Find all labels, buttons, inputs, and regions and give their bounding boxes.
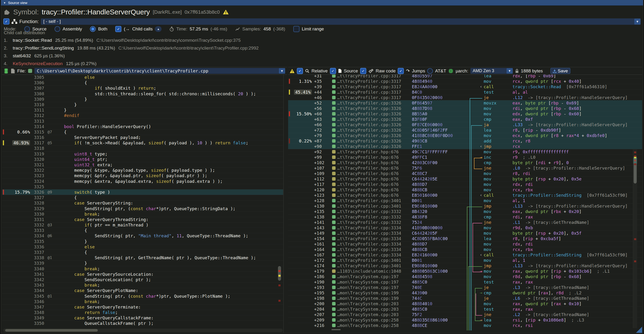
asm-line-row[interactable]: +193…mon\TracySystem.cpp:197740Eje.L3 ->… — [288, 285, 642, 290]
asm-line-row[interactable]: +167…t\TracyProfiler.cpp:3334E824160000‹… — [288, 252, 642, 258]
source-line-row[interactable]: 3322 memcpy( &type, &payload.type, sizeo… — [2, 167, 283, 173]
source-line-row[interactable]: 3329 SendString( ptr, (const char*)ptr, … — [2, 206, 283, 211]
asm-line-row[interactable]: +102…t\TracyProfiler.hpp:67642803C0F00cm… — [288, 160, 642, 165]
asm-line-row[interactable]: +141…t\TracyProfiler.cpp:33327524jne.L1 … — [288, 220, 642, 225]
asm-line-row[interactable]: +46…t\TracyProfiler.cpp:33170F8435020000… — [288, 95, 642, 100]
function-combo[interactable]: [ - self - ] ▼ — [41, 18, 641, 25]
source-line-row[interactable]: 3316 ServerQueryPacket payload; — [2, 135, 283, 140]
titlebar[interactable]: ▼ Source view — [1, 0, 643, 6]
asm-line-row[interactable]: +209…mon\TracySystem.cpp:258488D35E88610… — [288, 317, 642, 323]
asm-line-row[interactable]: +154…t\TracyProfiler.cpp:33344C8D055FBA0… — [288, 236, 642, 241]
source-line-row[interactable]: 3306 { — [2, 80, 283, 85]
source-line-row[interactable]: 3325 — [2, 184, 283, 189]
asm-line-row[interactable]: +56…t\TracyProfiler.cpp:3326488B7D98movr… — [288, 106, 642, 111]
asm-line-row[interactable]: +164…t\TracyProfiler.cpp:3334488BCBmovrc… — [288, 247, 642, 252]
source-line-row[interactable]: 3346 break; — [2, 299, 283, 304]
asm-line-row[interactable]: +130…t\TracyProfiler.cpp:3401E9E4010000j… — [288, 203, 642, 209]
source-line-row[interactable]: 3350 QueueCallstackFrame( ptr ); — [2, 321, 283, 326]
source-line-row[interactable]: 3330 break; — [2, 211, 283, 217]
asm-line-row[interactable]: +172…t\TracyProfiler.cpp:3401B001moval, … — [288, 258, 642, 263]
att-checkbox[interactable] — [427, 68, 433, 74]
asm-line-row[interactable]: 15.50%+60…t\TracyProfiler.cpp:33268B55A0… — [288, 111, 642, 117]
source-line-row[interactable]: 3312#endif — [2, 113, 283, 118]
resize-grip[interactable] — [636, 327, 642, 333]
asm-line-row[interactable]: +90…t\TracyProfiler.cpp:3326FFE1‹jmprcx — [288, 144, 642, 149]
file-combo[interactable]: C:\Users\wolf\Desktop\darkrl\contrib\tra… — [34, 68, 285, 74]
asm-line-row[interactable]: +190…mon\TracySystem.cpp:1974885C0testra… — [288, 279, 642, 285]
raw-code-label[interactable]: Raw code — [376, 68, 396, 74]
asm-line-row[interactable]: +92…t\TracyProfiler.hpp:67649C7C1FFFFFFF… — [288, 149, 642, 155]
source-line-row[interactable]: 3307 if( shouldExit ) return; — [2, 85, 283, 91]
source-line-row[interactable]: 3305 else — [2, 75, 283, 80]
source-line-row[interactable]: 3327 { — [2, 195, 283, 200]
asm-line-row[interactable]: +112…t\TracyProfiler.hpp:676C64424205Emo… — [288, 176, 642, 182]
source-line-row[interactable]: 3332@3 if( ptr == m_mainThread ) — [2, 222, 283, 228]
source-hscrollbar-thumb[interactable] — [5, 329, 98, 332]
source-line-row[interactable]: 3343 break; — [2, 282, 283, 288]
relative-label[interactable]: Relative — [312, 68, 328, 74]
source-line-row[interactable]: 3319 uint8_t type; — [2, 151, 283, 157]
asm-line-row[interactable]: +179…1103\include\atomic:1048488B05B63C1… — [288, 268, 642, 274]
collapse-icon[interactable]: ▼ — [3, 1, 6, 4]
asm-hscrollbar-thumb[interactable] — [332, 329, 340, 330]
asm-line-row[interactable]: +52…t\TracyProfiler.cpp:33260FB64597movz… — [288, 100, 642, 106]
asm-line-row[interactable]: 1.31%+35…t\TracyProfiler.cpp:3317488B494… — [288, 79, 642, 84]
asm-line-row[interactable]: +174…t\TracyProfiler.cpp:3401E9B8010000j… — [288, 263, 642, 268]
asm-line-row[interactable]: +31…t\TracyProfiler.cpp:3317488D5597lear… — [288, 75, 642, 79]
jumps-checkbox[interactable]: ✓ — [398, 68, 404, 74]
asm-line-row[interactable]: +128…t\TracyProfiler.cpp:3401B001moval, … — [288, 198, 642, 203]
asm-line-row[interactable]: +66…t\TracyProfiler.cpp:33260F87CE060000… — [288, 122, 642, 127]
asm-line-row[interactable]: +99…t\TracyProfiler.hpp:67649FFC1→incr9 … — [288, 155, 642, 160]
source-scrollbar-thumb[interactable] — [278, 266, 281, 281]
asm-line-row[interactable]: +200…mon\TracySystem.cpp:203488B4010movr… — [288, 301, 642, 306]
source-line-row[interactable]: 3341 case ServerQuerySourceLocation: — [2, 272, 283, 277]
asm-line-row[interactable]: +135…t\TracyProfiler.cpp:33328B4320movea… — [288, 209, 642, 214]
source-line-row[interactable]: 3314bool Profiler::HandleServerQuery() — [2, 124, 283, 129]
asm-line-row[interactable]: +107…t\TracyProfiler.hpp:67675F6jne.L0 -… — [288, 165, 642, 171]
source-line-row[interactable]: 3320 uint64_t ptr; — [2, 157, 283, 162]
source-line-row[interactable]: 3318 — [2, 146, 283, 151]
child-call-item[interactable]: 1.tracy::Socket::Read25.25 ms (54.89%)C:… — [4, 36, 641, 44]
source-hscrollbar[interactable] — [3, 329, 283, 332]
att-label[interactable]: AT&T — [435, 68, 446, 74]
asm-line-row[interactable]: +161…t\TracyProfiler.cpp:3334488BD7movrd… — [288, 241, 642, 247]
source-line-row[interactable]: 15.79%3326@9 switch( type ) — [2, 189, 283, 195]
source-line-row[interactable]: 3337 { — [2, 250, 283, 255]
asm-line-row[interactable]: +198…mon\TracySystem.cpp:199744Cje.L6 ->… — [288, 296, 642, 301]
source-line-row[interactable]: 3348 return false; — [2, 310, 283, 315]
source-line-row[interactable]: 3349 case ServerQueryCallstackFrame: — [2, 315, 283, 321]
asm-line-row[interactable]: +63…t\TracyProfiler.cpp:332683F80Fcmpeax… — [288, 117, 642, 122]
asm-line-row[interactable]: +72…t\TracyProfiler.cpp:33264C8D05F146F2… — [288, 127, 642, 133]
source-line-row[interactable]: 3340 break; — [2, 266, 283, 272]
chevron-down-icon[interactable]: ▼ — [506, 68, 513, 74]
source-line-row[interactable]: 3313 — [2, 118, 283, 124]
asm-line-row[interactable]: 0.22%+87…t\TracyProfiler.cpp:33264903C8a… — [288, 138, 642, 144]
asm-line-row[interactable]: +143…t\TracyProfiler.cpp:333441B90B00000… — [288, 225, 642, 230]
asm-line-row[interactable]: +186…mon\TracySystem.cpp:197448B4598movr… — [288, 274, 642, 279]
asm-line-row[interactable]: +123…t\TracyProfiler.hpp:676E850160000‹c… — [288, 192, 642, 198]
child-call-item[interactable]: 3.stat64i32625 µs (1.36%) — [4, 52, 641, 60]
source-label[interactable]: Source — [344, 68, 358, 74]
source-checkbox[interactable]: ✓ — [330, 68, 336, 74]
source-line-row[interactable]: 3310 } — [2, 102, 283, 107]
asm-line-row[interactable]: +79…t\TracyProfiler.cpp:3326418B8C80E0BF… — [288, 133, 642, 138]
asm-line-row[interactable]: +120…t\TracyProfiler.hpp:676488BCBmovrcx… — [288, 187, 642, 192]
source-line-row[interactable]: 3309 } — [2, 96, 283, 102]
source-line-row[interactable]: 3334@6 SendString( ptr, "Main thread", 1… — [2, 233, 283, 238]
source-line-row[interactable]: 3342 SendSourceLocation( ptr ); — [2, 277, 283, 282]
source-line-row[interactable]: 3328 case ServerQueryString: — [2, 200, 283, 206]
source-line-row[interactable]: 3338@1 SendString( ptr, GetThreadName( p… — [2, 255, 283, 260]
jumps-label[interactable]: Jumps — [412, 68, 425, 74]
asm-line-row[interactable]: +39…t\TracyProfiler.cpp:3317E824AA0000‹c… — [288, 84, 642, 89]
source-line-row[interactable]: 0.66%3315@7{ — [2, 129, 283, 135]
asm-line-row[interactable]: +138…t\TracyProfiler.cpp:3332483BF8cmprd… — [288, 214, 642, 220]
source-line-row[interactable]: 3308 std::this_thread::sleep_for( std::c… — [2, 91, 283, 96]
source-line-row[interactable]: 46.93%3317@5 if( !m_sock->Read( &payload… — [2, 140, 283, 146]
child-call-item[interactable]: 4.KeSynchronizeExecution125 µs (0.27%) — [4, 60, 641, 67]
source-line-row[interactable]: 3323 memcpy( &ptr, &payload.ptr, sizeof(… — [2, 173, 283, 178]
asm-line-row[interactable]: 45.41%+44…t\TracyProfiler.cpp:331784C0te… — [288, 89, 642, 95]
source-line-row[interactable]: 3339 } — [2, 260, 283, 266]
asm-line-row[interactable]: +149…t\TracyProfiler.cpp:3334C64424205Fm… — [288, 230, 642, 236]
uarch-combo[interactable]: AMD Zen 3 ▼ — [470, 68, 513, 74]
asm-line-row[interactable]: +109…t\TracyProfiler.hpp:6764C8BC7movr8,… — [288, 171, 642, 176]
